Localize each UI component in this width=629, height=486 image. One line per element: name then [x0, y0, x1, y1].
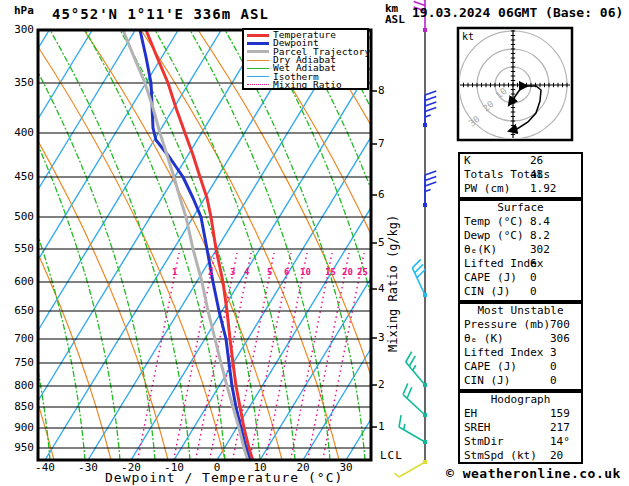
mixing-ratio-label: 15: [325, 267, 336, 277]
pressure-unit-label: hPa: [14, 4, 34, 17]
station-title: 45°52'N 1°11'E 336m ASL: [52, 6, 269, 22]
mixing-ratio-label: 4: [244, 267, 249, 277]
legend-line-sample: [247, 42, 269, 45]
stat-value: 48: [530, 168, 543, 182]
pressure-tick-label: 300: [2, 23, 34, 36]
pressure-tick-label: 750: [2, 356, 34, 369]
stat-value: 0: [530, 285, 537, 299]
stat-label: PW (cm): [464, 182, 510, 195]
wind-barb-column: [394, 0, 436, 477]
km-tick-label: 7: [378, 137, 392, 150]
stat-value: 700: [550, 318, 570, 332]
stat-value: 20: [550, 449, 563, 463]
legend-row: Mixing Ratio: [247, 81, 367, 89]
skewt-sounding-screen: 102030 hPa 45°52'N 1°11'E 336m ASL km AS…: [0, 0, 629, 486]
surface-row: Lifted Index6: [460, 257, 581, 271]
mixing-ratio-label: 10: [300, 267, 311, 277]
most-unstable-title: Most Unstable: [460, 304, 581, 318]
stat-label: θₑ (K): [464, 332, 504, 345]
stat-label: CAPE (J): [464, 271, 517, 284]
stat-label: Lifted Index: [464, 346, 543, 359]
mixing-ratio-axis-label: Mixing Ratio (g/kg): [386, 215, 400, 352]
stat-value: 6: [530, 257, 537, 271]
stat-value: 159: [550, 407, 570, 421]
legend-line-sample: [247, 68, 269, 69]
parcel-trajectory-curve: [123, 30, 248, 461]
surface-row: Dewp (°C)8.2: [460, 229, 581, 243]
isotherm-line: [88, 30, 350, 460]
stat-label: StmDir: [464, 435, 504, 448]
surface-row: θₑ(K)302: [460, 243, 581, 257]
mixing-ratio-label: 25: [357, 267, 368, 277]
stat-value: 0: [550, 360, 557, 374]
mixing-ratio-line: [138, 253, 179, 460]
temp-tick-label: -40: [28, 461, 62, 474]
mixing-ratio-line: [250, 253, 291, 460]
mixing-ratio-label: 6: [284, 267, 289, 277]
pressure-tick-label: 650: [2, 304, 34, 317]
isotherm-line: [45, 30, 307, 460]
mixing-ratio-label: 3: [230, 267, 235, 277]
stat-value: 8.2: [530, 229, 550, 243]
surface-row: Temp (°C)8.4: [460, 215, 581, 229]
stat-value: 1.92: [530, 182, 557, 196]
hodograph: 102030: [458, 28, 572, 140]
wet-adiabat-line: [330, 30, 470, 460]
stat-label: SREH: [464, 421, 491, 434]
hodograph-stats-row: StmDir14°: [460, 435, 581, 449]
mixing-ratio-label: 20: [342, 267, 353, 277]
surface-row: CAPE (J)0: [460, 271, 581, 285]
stat-value: 217: [550, 421, 570, 435]
stat-value: 26: [530, 154, 543, 168]
dewpoint-curve: [140, 30, 250, 461]
stat-label: CIN (J): [464, 285, 510, 298]
temp-tick-label: -30: [71, 461, 105, 474]
stat-value: 8.4: [530, 215, 550, 229]
most-unstable-row: θₑ (K)306: [460, 332, 581, 346]
stat-value: 0: [550, 374, 557, 388]
wind-barb: [406, 352, 427, 387]
most-unstable-panel: Most UnstablePressure (mb)700θₑ (K)306Li…: [458, 302, 583, 391]
most-unstable-row: Lifted Index3: [460, 346, 581, 360]
legend-line-sample: [247, 76, 269, 77]
pressure-tick-label: 850: [2, 400, 34, 413]
hodograph-stats-title: Hodograph: [460, 393, 581, 407]
mixing-ratio-line: [266, 253, 307, 460]
most-unstable-row: CAPE (J)0: [460, 360, 581, 374]
stability-indices-panel: K26Totals Totals48PW (cm)1.92: [458, 152, 583, 199]
pressure-tick-label: 900: [2, 421, 34, 434]
wet-adiabat-line: [190, 30, 330, 460]
lcl-label: LCL: [380, 449, 403, 462]
temperature-curve: [146, 30, 253, 461]
dry-adiabat-line: [27, 30, 225, 460]
km-tick-label: 2: [378, 378, 392, 391]
hodograph-unit-label: kt: [462, 31, 474, 42]
altitude-unit-asl: ASL: [385, 13, 405, 26]
mixing-ratio-line: [291, 253, 332, 460]
km-tick-label: 6: [378, 188, 392, 201]
mixing-ratio-label: 5: [267, 267, 272, 277]
wind-barb: [399, 415, 427, 444]
indices-row: K26: [460, 154, 581, 168]
mixing-ratio-line: [174, 253, 215, 460]
legend-line-sample: [247, 50, 269, 53]
stat-label: Temp (°C): [464, 215, 524, 228]
pressure-tick-label: 700: [2, 332, 34, 345]
stat-value: 302: [530, 243, 550, 257]
stat-label: CIN (J): [464, 374, 510, 387]
pressure-tick-label: 950: [2, 441, 34, 454]
stat-value: 14°: [550, 435, 570, 449]
pressure-tick-label: 600: [2, 275, 34, 288]
stat-label: StmSpd (kt): [464, 449, 537, 462]
pressure-tick-label: 400: [2, 126, 34, 139]
surface-title: Surface: [460, 201, 581, 215]
legend-line-sample: [247, 84, 269, 85]
indices-row: PW (cm)1.92: [460, 182, 581, 196]
hodograph-stats-panel: HodographEH159SREH217StmDir14°StmSpd (kt…: [458, 391, 583, 464]
km-tick-label: 1: [378, 420, 392, 433]
most-unstable-row: CIN (J)0: [460, 374, 581, 388]
stat-label: Pressure (mb): [464, 318, 550, 331]
stat-label: EH: [464, 407, 477, 420]
x-axis-label: Dewpoint / Temperature (°C): [105, 470, 343, 485]
wet-adiabat-line: [85, 30, 225, 460]
